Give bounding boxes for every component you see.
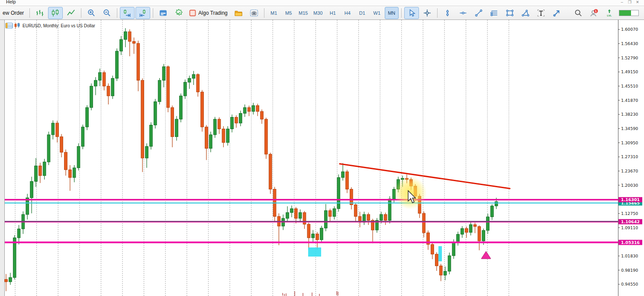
folder-icon <box>234 9 243 17</box>
toolbar-separator <box>437 8 438 18</box>
chart-canvas[interactable]: 1.600701.564301.527901.491501.455101.418… <box>0 20 644 296</box>
close-button[interactable]: ✕ <box>634 0 641 4</box>
timeframe-d1-button[interactable]: D1 <box>355 7 369 19</box>
svg-text:1.56430: 1.56430 <box>621 41 638 46</box>
svg-text:1.09110: 1.09110 <box>621 225 638 230</box>
svg-text:1.05316: 1.05316 <box>621 240 640 245</box>
timeframe-w1-button[interactable]: W1 <box>370 7 384 19</box>
bars-icon <box>35 9 44 17</box>
highlight-rectangle-marker[interactable] <box>308 247 321 257</box>
svg-text:1.41870: 1.41870 <box>621 98 638 103</box>
new-order-button[interactable]: ew Order <box>2 7 27 19</box>
arrow-tool[interactable] <box>549 7 564 19</box>
toolbar-separator <box>401 8 402 18</box>
algo-trading-button[interactable]: Algo Trading <box>187 7 230 19</box>
lvl-indicator[interactable]: LVL <box>602 7 617 19</box>
algo-icon <box>188 9 197 17</box>
left-edge-strip <box>0 20 4 296</box>
svg-text:0.94550: 0.94550 <box>621 282 638 286</box>
user-icon: 1 <box>589 9 598 17</box>
chart-background <box>0 20 644 296</box>
toolbar-separator <box>153 8 153 18</box>
highlight-rectangle-marker[interactable] <box>438 246 442 261</box>
vline-icon <box>443 9 452 17</box>
svg-text:1.52790: 1.52790 <box>621 55 638 60</box>
svg-text:1.20030: 1.20030 <box>621 183 638 188</box>
timeframe-m30-button[interactable]: M30 <box>311 7 325 19</box>
search-icon <box>574 9 583 17</box>
svg-text:1: 1 <box>595 10 597 13</box>
search-button[interactable] <box>571 7 586 19</box>
algo-trading-button-label: Algo Trading <box>197 10 229 16</box>
channel-icon <box>490 9 499 17</box>
connection-status-bar <box>619 10 639 16</box>
toolbar-separator <box>81 8 81 18</box>
candlestick-button[interactable] <box>48 7 63 19</box>
linechart-icon <box>67 9 75 17</box>
toolbar-separator <box>264 8 264 18</box>
arrowtool-icon <box>552 9 561 17</box>
svg-text:1.60070: 1.60070 <box>621 27 638 32</box>
svg-text:1.49150: 1.49150 <box>621 69 638 74</box>
toolbar-separator <box>117 8 117 18</box>
timeframe-mn-button[interactable]: MN <box>385 7 399 19</box>
timeframe-m5-button[interactable]: M5 <box>282 7 296 19</box>
window-controls: –❐✕ <box>618 0 641 4</box>
screenshot-button[interactable] <box>247 7 261 19</box>
candles-icon <box>51 9 60 17</box>
timeframe-m15-button[interactable]: M15 <box>296 7 310 19</box>
svg-text:1.34590: 1.34590 <box>621 126 638 131</box>
chartshift-icon <box>138 9 147 17</box>
svg-text:1.01830: 1.01830 <box>621 254 638 258</box>
svg-text:1.12750: 1.12750 <box>621 211 638 216</box>
timeframe-h1-button[interactable]: H1 <box>326 7 340 19</box>
camera-icon <box>250 9 258 17</box>
rectangle-tool[interactable] <box>502 7 517 19</box>
auto-scroll-button[interactable] <box>120 7 135 19</box>
timeframe-m1-button[interactable]: M1 <box>267 7 281 19</box>
open-data-folder-button[interactable] <box>231 7 246 19</box>
line-chart-button[interactable] <box>64 7 78 19</box>
horizontal-line-tool[interactable] <box>456 7 470 19</box>
chart-title: EURUSD, Monthly: Euro vs US Dollar <box>23 23 95 28</box>
minimize-button[interactable]: – <box>618 0 626 4</box>
menu-bar: Help –❐✕ <box>0 0 644 6</box>
zoom-in-button[interactable] <box>84 7 99 19</box>
svg-text:1.38230: 1.38230 <box>621 112 638 117</box>
texttool-icon <box>537 9 545 17</box>
svg-text:0.98190: 0.98190 <box>621 268 638 273</box>
svg-text:1.30950: 1.30950 <box>621 140 638 145</box>
menu-item-help[interactable]: Help <box>6 0 16 4</box>
svg-text:1.10642: 1.10642 <box>621 219 640 224</box>
zoom-out-button[interactable] <box>100 7 114 19</box>
timeframe-h4-button[interactable]: H4 <box>341 7 354 19</box>
bar-chart-button[interactable] <box>32 7 47 19</box>
text-tool[interactable] <box>534 7 548 19</box>
svg-text:1.45510: 1.45510 <box>621 84 638 88</box>
crosshair-tool[interactable] <box>420 7 435 19</box>
zoomout-icon <box>103 9 111 17</box>
toolbar-separator <box>29 8 30 18</box>
autoscroll-icon <box>123 9 132 17</box>
trendline-tool[interactable] <box>471 7 486 19</box>
main-toolbar: ew OrderAlgo TradingM1M5M15M30H1H4D1W1MN… <box>0 6 644 20</box>
indicators-button[interactable] <box>171 7 186 19</box>
vertical-line-tool[interactable] <box>440 7 455 19</box>
svg-text:1.16301: 1.16301 <box>621 197 640 202</box>
cursor-icon <box>407 9 416 17</box>
svg-text:1.27310: 1.27310 <box>621 154 638 159</box>
rectangle-icon <box>506 9 514 17</box>
svg-text:1.23670: 1.23670 <box>621 169 638 173</box>
zoomin-icon <box>87 9 96 17</box>
chart-window[interactable]: 1.600701.564301.527901.491501.455101.418… <box>0 20 644 296</box>
triangle-tool[interactable] <box>518 7 533 19</box>
channel-tool[interactable] <box>487 7 502 19</box>
maximize-button[interactable]: ❐ <box>626 0 634 4</box>
cursor-tool[interactable] <box>404 7 419 19</box>
notifications-button[interactable]: 1 <box>586 7 601 19</box>
triangle-icon <box>521 9 530 17</box>
tile-windows-button[interactable] <box>156 7 171 19</box>
hline-icon <box>459 9 467 17</box>
trendline-icon <box>474 9 483 17</box>
chart-shift-button[interactable] <box>135 7 150 19</box>
